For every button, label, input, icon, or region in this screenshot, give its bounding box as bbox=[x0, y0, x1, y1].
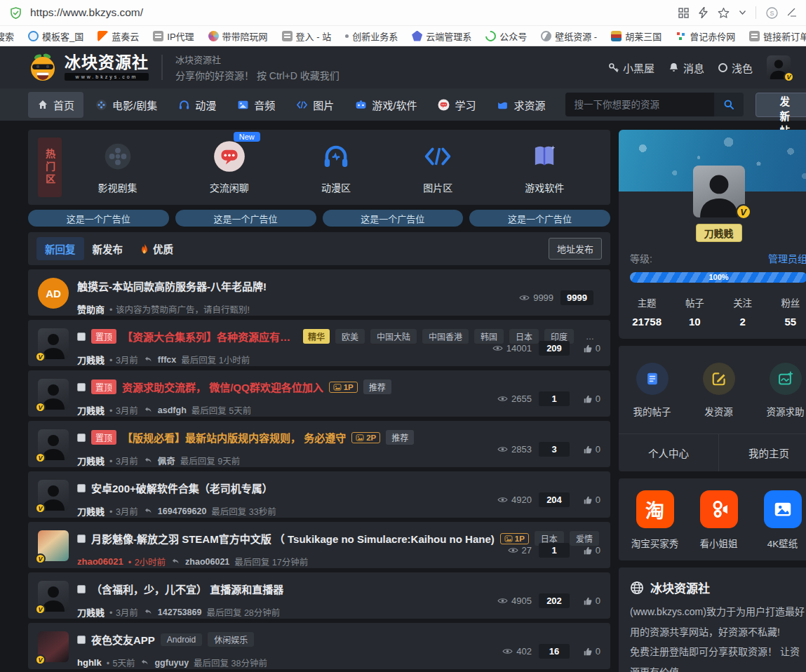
nav-study[interactable]: 学习 bbox=[429, 92, 485, 118]
hot-item-games[interactable]: 游戏软件 bbox=[525, 140, 564, 194]
hot-item-chat[interactable]: New 交流闲聊 bbox=[210, 140, 249, 194]
nav-pictures[interactable]: 图片 bbox=[287, 92, 343, 118]
search-input[interactable] bbox=[565, 93, 714, 116]
new-post-button[interactable]: 发新帖 bbox=[755, 93, 806, 117]
hot-item-anime[interactable]: 动漫区 bbox=[321, 140, 351, 194]
my-homepage-link[interactable]: 我的主页 bbox=[718, 434, 806, 471]
hot-item-pictures[interactable]: 图片区 bbox=[423, 140, 452, 194]
thread-author[interactable]: 刀贱贱 bbox=[77, 403, 105, 417]
last-replier[interactable]: fffcx bbox=[158, 355, 176, 365]
thread-title[interactable]: 资源求助交流群， 微信/QQ群欢迎各位加入 bbox=[122, 379, 323, 394]
search-button[interactable] bbox=[714, 93, 744, 116]
thread-avatar[interactable]: V bbox=[38, 530, 69, 561]
url-input[interactable]: https://www.bkzys.com/ bbox=[30, 6, 670, 19]
publish-resource-action[interactable]: 发资源 bbox=[685, 363, 752, 418]
ad-slot[interactable]: 这是一个广告位 bbox=[28, 210, 169, 227]
bookmark-item[interactable]: 公众号 bbox=[485, 29, 527, 43]
thread-tag[interactable]: 欧美 bbox=[335, 329, 365, 344]
thread-title[interactable]: （含福利，少，儿不宜） 直播源和直播器 bbox=[91, 582, 283, 596]
resource-request-action[interactable]: 资源求助 bbox=[752, 363, 806, 418]
bookmark-item[interactable]: 模板客_国 bbox=[28, 29, 83, 43]
user-group-link[interactable]: 管理员组 bbox=[768, 251, 806, 265]
thread-avatar[interactable]: V bbox=[38, 379, 69, 410]
stat-following[interactable]: 关注2 bbox=[719, 295, 767, 328]
thread-author[interactable]: zhao06021 bbox=[77, 556, 123, 567]
bookmark-item[interactable]: 壁纸资源 - bbox=[541, 29, 597, 43]
nav-home[interactable]: 首页 bbox=[28, 92, 83, 118]
thread-tag[interactable]: 休闲娱乐 bbox=[208, 632, 254, 647]
bookmark-item[interactable]: 蓝奏云 bbox=[98, 29, 139, 43]
ad-slot[interactable]: 这是一个广告位 bbox=[175, 210, 316, 227]
thread-row[interactable]: V 置顶 【资源大合集系列】各种资源应有尽有！ 无所不有！ 精华 欧美 中国大陆… bbox=[28, 320, 610, 366]
thread-avatar[interactable]: V bbox=[38, 480, 69, 511]
thread-title[interactable]: 【版规必看】最新站内版规内容规则， 务必遵守 bbox=[122, 430, 346, 445]
thread-tag[interactable]: 中国香港 bbox=[422, 329, 469, 344]
stat-topics[interactable]: 主题21758 bbox=[623, 295, 671, 328]
bookmark-item[interactable]: 胡莱三国 bbox=[611, 29, 661, 43]
flash-icon[interactable] bbox=[699, 7, 708, 18]
thread-row[interactable]: V 置顶 资源求助交流群， 微信/QQ群欢迎各位加入 1P 推荐 刀贱贱 3月前… bbox=[28, 370, 610, 417]
thread-checkbox[interactable] bbox=[77, 535, 86, 543]
thread-title[interactable]: 夜色交友APP bbox=[91, 632, 155, 647]
bookmark-star-icon[interactable] bbox=[718, 7, 730, 19]
thread-title[interactable]: 安卓200+破解软件合集（老司机专属） bbox=[91, 481, 273, 495]
security-shield-icon[interactable] bbox=[10, 7, 22, 19]
bookmark-item[interactable]: 登入 - 站 bbox=[282, 29, 332, 43]
thread-author[interactable]: 刀贱贱 bbox=[77, 353, 105, 366]
nav-anime[interactable]: 动漫 bbox=[169, 92, 225, 118]
thread-tag[interactable]: Android bbox=[161, 633, 202, 646]
thread-avatar[interactable]: V bbox=[38, 429, 69, 460]
tab-quality[interactable]: 优质 bbox=[131, 237, 182, 260]
browser-menu-icon[interactable]: S bbox=[766, 7, 778, 19]
last-replier[interactable]: ggfuyuy bbox=[154, 658, 189, 668]
thread-avatar[interactable]: V bbox=[38, 631, 69, 662]
user-avatar[interactable]: V bbox=[767, 55, 791, 79]
thread-checkbox[interactable] bbox=[77, 434, 86, 442]
address-publish-button[interactable]: 地址发布 bbox=[549, 238, 602, 260]
thread-title[interactable]: 【资源大合集系列】各种资源应有尽有！ 无所不有！ bbox=[122, 329, 297, 344]
thread-avatar[interactable]: V bbox=[38, 581, 69, 612]
ad-slot[interactable]: 这是一个广告位 bbox=[323, 210, 464, 227]
app-kuaishou[interactable]: 看小姐姐 bbox=[687, 490, 751, 550]
thread-author[interactable]: 刀贱贱 bbox=[77, 454, 105, 467]
bookmark-item[interactable]: 创新业务系 bbox=[345, 29, 398, 43]
personal-center-link[interactable]: 个人中心 bbox=[619, 434, 718, 471]
thread-author[interactable]: 赞助商 bbox=[77, 302, 105, 316]
bookmark-item[interactable]: 带带陪玩网 bbox=[208, 29, 268, 43]
thread-row[interactable]: V 夜色交友APP Android 休闲娱乐 hghlk 5天前 ggfuyuy… bbox=[28, 623, 610, 669]
nav-audio[interactable]: 音频 bbox=[228, 92, 284, 118]
app-taobao[interactable]: 淘 淘宝买家秀 bbox=[623, 490, 687, 550]
last-replier[interactable]: 142753869 bbox=[158, 607, 202, 617]
profile-avatar[interactable]: V bbox=[693, 166, 745, 217]
window-minimize-icon[interactable] bbox=[788, 8, 796, 17]
bookmark-item[interactable]: 云端管理系 bbox=[412, 29, 471, 43]
thread-author[interactable]: 刀贱贱 bbox=[77, 605, 105, 619]
thread-checkbox[interactable] bbox=[77, 383, 86, 391]
thread-avatar[interactable]: V bbox=[38, 328, 69, 359]
app-4k-wallpaper[interactable]: 4K壁纸 bbox=[751, 490, 806, 550]
site-logo-icon[interactable] bbox=[28, 53, 58, 82]
thread-checkbox[interactable] bbox=[77, 585, 86, 593]
last-replier[interactable]: 佩奇 bbox=[158, 454, 175, 467]
thread-title[interactable]: 触摸云-本站同款高防服务器-八年老品牌! bbox=[77, 278, 267, 293]
thread-row[interactable]: V 置顶 【版规必看】最新站内版规内容规则， 务必遵守 2P 推荐 刀贱贱 3月… bbox=[28, 421, 610, 467]
tab-new-replies[interactable]: 新回复 bbox=[36, 237, 84, 260]
thread-row[interactable]: V 月影魅像-解放之羽 STEAM官方中文版 （ Tsukikage no Si… bbox=[28, 522, 610, 568]
last-replier[interactable]: 1694769620 bbox=[158, 506, 207, 516]
sponsored-thread-row[interactable]: AD 触摸云-本站同款高防服务器-八年老品牌! 赞助商 该内容为赞助商广告，请自… bbox=[28, 269, 610, 316]
bookmark-item[interactable]: 曾记赤伶网 bbox=[676, 29, 735, 43]
bookmark-item[interactable]: IP代理 bbox=[153, 29, 194, 43]
profile-username[interactable]: 刀贱贱 bbox=[696, 224, 742, 242]
thread-checkbox[interactable] bbox=[77, 484, 86, 492]
blackroom-link[interactable]: 小黑屋 bbox=[608, 60, 654, 75]
last-replier[interactable]: zhao06021 bbox=[185, 557, 229, 567]
thread-row[interactable]: V （含福利，少，儿不宜） 直播源和直播器 刀贱贱 3月前 142753869 … bbox=[28, 572, 610, 619]
thread-author[interactable]: 刀贱贱 bbox=[77, 504, 105, 518]
stat-followers[interactable]: 粉丝55 bbox=[767, 295, 806, 328]
thread-tag[interactable]: 中国大陆 bbox=[370, 329, 417, 344]
tab-new-posts[interactable]: 新发布 bbox=[84, 237, 132, 260]
thread-checkbox[interactable] bbox=[77, 636, 86, 644]
stat-posts[interactable]: 帖子10 bbox=[671, 295, 718, 328]
last-replier[interactable]: asdfgh bbox=[158, 405, 187, 415]
nav-movies[interactable]: 电影/剧集 bbox=[86, 92, 166, 118]
